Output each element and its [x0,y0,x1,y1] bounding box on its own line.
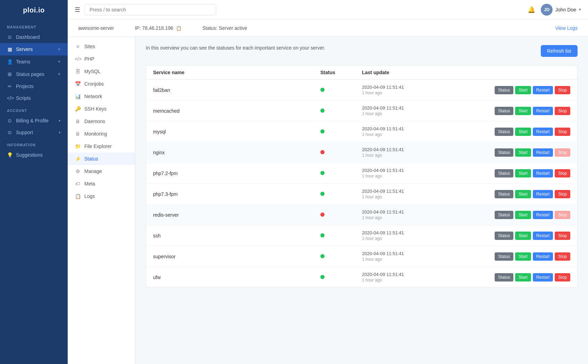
content-description: In this overview you can see the statuse… [146,45,541,51]
sidebar-item-billing[interactable]: ⊙ Billing & Profile ▾ [0,115,68,127]
servers-plus-icon[interactable]: + [58,46,61,52]
restart-button[interactable]: Restart [533,128,553,136]
projects-icon: ✂ [7,84,12,89]
stop-button[interactable]: Stop [555,232,570,240]
status-button[interactable]: Status [495,211,513,219]
sidebar-item-label: Suggestions [16,152,43,158]
status-dot [320,254,362,259]
status-button[interactable]: Status [495,107,513,115]
notification-icon[interactable]: 🔔 [528,6,535,14]
sub-nav-meta[interactable]: 🏷 Meta [68,177,135,190]
stop-button[interactable]: Stop [555,169,570,177]
network-icon: 📊 [75,94,81,99]
stop-button[interactable]: Stop [555,148,570,157]
sidebar-item-label: Status pages [16,71,44,77]
sub-nav-manage[interactable]: ⚙ Manage [68,165,135,177]
suggestions-icon: 💡 [7,152,12,158]
user-menu[interactable]: JD John Doe ▾ [541,4,581,16]
restart-button[interactable]: Restart [533,252,553,261]
table-row: ufw 2020-04-09 11:51:41 1 hour ago Statu… [146,267,577,287]
status-button[interactable]: Status [495,169,513,177]
start-button[interactable]: Start [515,148,531,157]
status-pages-icon: ⊞ [7,71,12,77]
sidebar-item-dashboard[interactable]: ⊙ Dashboard [0,31,68,43]
dashboard-icon: ⊙ [7,34,12,40]
start-button[interactable]: Start [515,190,531,198]
sub-nav-cronjobs[interactable]: 📅 Cronjobs [68,78,135,90]
status-button[interactable]: Status [495,190,513,198]
status-button[interactable]: Status [495,232,513,240]
status-icon: ⚡ [75,156,81,162]
stop-button[interactable]: Stop [555,128,570,136]
user-name: John Doe [555,7,576,12]
service-name: ssh [153,233,320,239]
sidebar-item-scripts[interactable]: </> Scripts [0,92,68,104]
sub-nav-ssh-keys[interactable]: 🔑 SSH Keys [68,103,135,115]
start-button[interactable]: Start [515,273,531,281]
last-update: 2020-04-09 11:51:41 1 hour ago [362,189,466,199]
restart-button[interactable]: Restart [533,211,553,219]
sub-nav-logs[interactable]: 📋 Logs [68,190,135,202]
sub-nav-php[interactable]: </> PHP [68,53,135,65]
start-button[interactable]: Start [515,128,531,136]
status-button[interactable]: Status [495,252,513,261]
status-dot [320,191,362,197]
sub-nav-network[interactable]: 📊 Network [68,90,135,103]
sub-nav-sites[interactable]: ≡ Sites [68,40,135,53]
start-button[interactable]: Start [515,86,531,94]
status-button[interactable]: Status [495,128,513,136]
stop-button[interactable]: Stop [555,273,570,281]
sub-nav-file-explorer[interactable]: 📁 File Explorer [68,140,135,153]
sub-nav-mysql[interactable]: 🗄 MySQL [68,65,135,78]
support-icon: ⊙ [7,130,12,135]
restart-button[interactable]: Restart [533,273,553,281]
logs-icon: 📋 [75,193,81,199]
stop-button[interactable]: Stop [555,86,570,94]
servers-icon: ▦ [7,46,12,52]
sidebar-item-support[interactable]: ⊙ Support ▾ [0,127,68,138]
status-button[interactable]: Status [495,86,513,94]
sidebar-item-teams[interactable]: 👤 Teams + [0,55,68,68]
hamburger-icon[interactable]: ☰ [75,6,80,14]
restart-button[interactable]: Restart [533,232,553,240]
stop-button[interactable]: Stop [555,190,570,198]
sub-nav-status[interactable]: ⚡ Status [68,153,135,165]
copy-ip-icon[interactable]: 📋 [176,26,182,31]
refresh-list-button[interactable]: Refresh list [541,45,578,57]
start-button[interactable]: Start [515,169,531,177]
restart-button[interactable]: Restart [533,148,553,157]
teams-plus-icon[interactable]: + [58,59,61,65]
restart-button[interactable]: Restart [533,86,553,94]
stop-button[interactable]: Stop [555,211,570,219]
status-button[interactable]: Status [495,148,513,157]
sidebar-item-status-pages[interactable]: ⊞ Status pages + [0,68,68,80]
status-pages-plus-icon[interactable]: + [58,71,61,77]
restart-button[interactable]: Restart [533,190,553,198]
status-button[interactable]: Status [495,273,513,281]
last-update: 2020-04-09 11:51:41 1 hour ago [362,126,466,137]
view-logs-link[interactable]: View Logs [555,25,578,31]
start-button[interactable]: Start [515,211,531,219]
server-name: awesome-server [78,25,114,31]
stop-button[interactable]: Stop [555,252,570,261]
restart-button[interactable]: Restart [533,169,553,177]
col-last-update: Last update [362,70,466,75]
sidebar-item-projects[interactable]: ✂ Projects [0,80,68,92]
restart-button[interactable]: Restart [533,107,553,115]
start-button[interactable]: Start [515,232,531,240]
sub-nav-daemons[interactable]: 🖥 Daemons [68,115,135,128]
topbar: ☰ 🔔 JD John Doe ▾ [68,0,588,19]
sub-nav-monitoring[interactable]: 🖥 Monitoring [68,128,135,140]
stop-button[interactable]: Stop [555,107,570,115]
sidebar-item-suggestions[interactable]: 💡 Suggestions [0,149,68,161]
service-name: supervisor [153,254,320,259]
row-actions: Status Start Restart Stop [466,107,570,115]
start-button[interactable]: Start [515,107,531,115]
billing-icon: ⊙ [7,118,12,123]
search-input[interactable] [84,4,216,15]
status-dot [320,108,362,114]
sidebar: ploi.io MANAGEMENT ⊙ Dashboard ▦ Servers… [0,0,68,364]
information-label: INFORMATION [0,138,68,149]
start-button[interactable]: Start [515,252,531,261]
sidebar-item-servers[interactable]: ▦ Servers + [0,43,68,55]
